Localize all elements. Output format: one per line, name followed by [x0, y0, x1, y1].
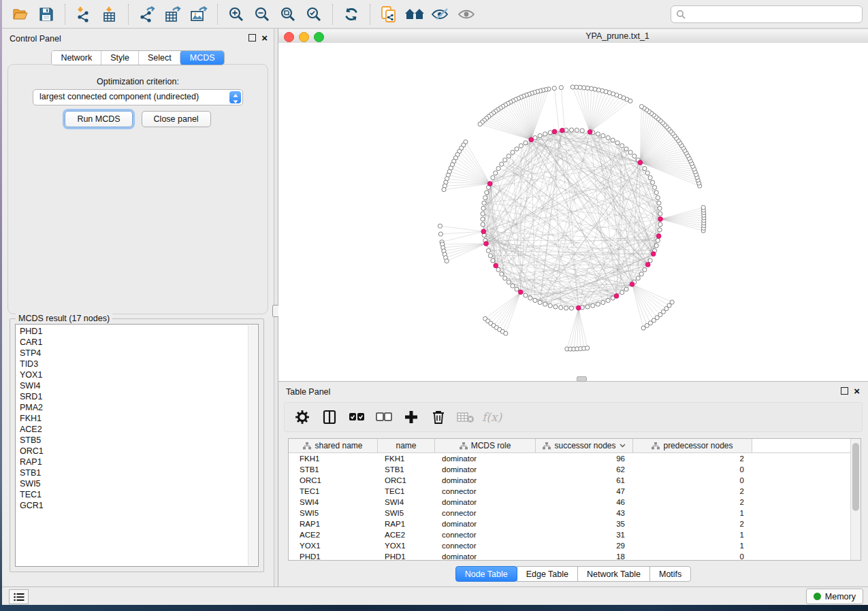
mcds-result-item[interactable]: STP4 — [20, 348, 247, 359]
double-home-button[interactable] — [402, 3, 428, 26]
zoom-out-button[interactable] — [249, 3, 275, 26]
columns-icon — [322, 410, 337, 425]
mcds-result-item[interactable]: CAR1 — [20, 337, 247, 348]
import-network-button[interactable] — [71, 3, 97, 26]
node-table[interactable]: shared name name MCDS role — [288, 438, 861, 561]
mcds-result-list[interactable]: PHD1CAR1STP4TID3YOX1SWI4SRD1PMA2FKH1ACE2… — [15, 324, 259, 567]
tab-node-table[interactable]: Node Table — [455, 566, 517, 582]
mcds-result-item[interactable]: GCR1 — [20, 500, 247, 511]
mcds-result-item[interactable]: PMA2 — [20, 402, 247, 413]
network-titlebar[interactable]: YPA_prune.txt_1 — [278, 30, 868, 44]
save-session-button[interactable] — [33, 3, 59, 26]
table-row[interactable]: ACE2ACE2connector311 — [289, 529, 861, 540]
zoom-fit-button[interactable] — [275, 3, 301, 26]
cell-mcds-role: connector — [435, 509, 536, 517]
mcds-result-item[interactable]: SRD1 — [20, 391, 247, 402]
toolbar-separator — [370, 4, 370, 24]
export-table-button[interactable] — [160, 3, 186, 26]
export-network-button[interactable] — [134, 3, 160, 26]
table-row[interactable]: SWI4SWI4dominator462 — [289, 497, 861, 508]
run-mcds-button[interactable]: Run MCDS — [65, 111, 132, 127]
table-row[interactable]: YOX1YOX1connector291 — [289, 540, 861, 551]
mcds-result-item[interactable]: RAP1 — [20, 457, 247, 467]
table-row[interactable]: FKH1FKH1dominator962 — [289, 453, 861, 464]
table-row[interactable]: PHD1PHD1dominator180 — [289, 551, 861, 561]
mcds-result-item[interactable]: TEC1 — [20, 489, 247, 500]
cell-shared-name: PHD1 — [289, 552, 378, 561]
mcds-result-item[interactable]: PHD1 — [20, 326, 247, 337]
mcds-result-item[interactable]: STB1 — [20, 467, 247, 478]
tab-network-table[interactable]: Network Table — [577, 566, 650, 582]
network-canvas[interactable] — [278, 43, 868, 381]
close-panel-icon[interactable]: × — [261, 34, 268, 42]
table-settings-button[interactable] — [290, 406, 315, 429]
mcds-result-item[interactable]: SWI5 — [20, 478, 247, 489]
tab-mcds[interactable]: MCDS — [180, 50, 225, 65]
cell-shared-name: ORC1 — [289, 476, 378, 484]
zoom-in-button[interactable] — [223, 3, 249, 26]
zoom-selected-button[interactable] — [301, 3, 327, 26]
result-list-scrollbar[interactable] — [248, 325, 257, 565]
table-scrollbar[interactable] — [850, 439, 861, 560]
tab-motifs[interactable]: Motifs — [649, 566, 691, 582]
close-panel-button[interactable]: Close panel — [142, 111, 211, 127]
import-table-button[interactable] — [97, 3, 123, 26]
mcds-result-item[interactable]: YOX1 — [20, 369, 247, 380]
vertical-splitter[interactable] — [274, 29, 278, 587]
cell-successor-nodes: 35 — [536, 520, 633, 528]
mcds-result-item[interactable]: STB5 — [20, 435, 247, 446]
cell-successor-nodes: 18 — [536, 552, 633, 561]
float-panel-icon[interactable] — [248, 34, 256, 42]
global-search[interactable] — [671, 5, 863, 23]
double-home-icon — [404, 7, 425, 22]
table-row[interactable]: STB1STB1dominator620 — [289, 464, 861, 475]
table-scrollbar-thumb[interactable] — [852, 443, 859, 511]
column-header-name[interactable]: name — [378, 439, 435, 452]
column-header-shared-name[interactable]: shared name — [289, 439, 378, 452]
column-header-mcds-role[interactable]: MCDS role — [435, 439, 536, 452]
mcds-result-item[interactable]: TID3 — [20, 359, 247, 369]
table-row[interactable]: TEC1TEC1connector472 — [289, 486, 861, 497]
tab-style[interactable]: Style — [101, 51, 138, 65]
clone-network-button[interactable] — [376, 3, 402, 26]
export-image-button[interactable] — [186, 3, 212, 26]
cell-mcds-role: dominator — [435, 455, 536, 463]
column-header-successor-nodes[interactable]: successor nodes — [536, 439, 633, 452]
cell-mcds-role: dominator — [435, 520, 536, 528]
table-row[interactable]: ORC1ORC1dominator610 — [289, 475, 861, 486]
table-row[interactable]: SWI5SWI5connector431 — [289, 508, 861, 518]
mcds-result-items: PHD1CAR1STP4TID3YOX1SWI4SRD1PMA2FKH1ACE2… — [20, 326, 247, 565]
show-eye-button[interactable] — [453, 3, 479, 26]
column-layout-button[interactable] — [317, 406, 342, 429]
criterion-select[interactable]: largest connected component (undirected) — [33, 89, 243, 105]
refresh-view-button[interactable] — [338, 3, 364, 26]
float-table-panel-icon[interactable] — [841, 387, 848, 395]
memory-button[interactable]: Memory — [806, 589, 863, 604]
cell-successor-nodes: 43 — [536, 509, 633, 517]
tree-icon — [652, 442, 660, 450]
mcds-result-item[interactable]: ACE2 — [20, 424, 247, 435]
select-all-button[interactable] — [344, 406, 369, 429]
close-table-panel-icon[interactable]: × — [854, 387, 860, 395]
trash-icon — [432, 410, 445, 425]
sort-desc-icon — [620, 444, 626, 448]
tab-network[interactable]: Network — [52, 51, 101, 65]
zoom-selected-icon — [306, 6, 322, 22]
mcds-result-item[interactable]: ORC1 — [20, 446, 247, 457]
create-column-button[interactable] — [399, 406, 423, 429]
tab-select[interactable]: Select — [138, 51, 180, 65]
deselect-all-button[interactable] — [372, 406, 396, 429]
task-history-button[interactable] — [9, 589, 29, 604]
column-header-predecessor-nodes[interactable]: predecessor nodes — [633, 439, 752, 452]
mcds-result-item[interactable]: SWI4 — [20, 380, 247, 391]
tab-edge-table[interactable]: Edge Table — [517, 566, 578, 582]
hide-selection-button[interactable] — [428, 3, 453, 26]
open-file-button[interactable] — [7, 3, 33, 26]
list-icon — [14, 593, 25, 601]
cell-successor-nodes: 47 — [536, 487, 633, 495]
mcds-result-item[interactable]: FKH1 — [20, 413, 247, 424]
table-row[interactable]: RAP1RAP1dominator352 — [289, 518, 861, 529]
horizontal-splitter-grip[interactable] — [577, 376, 587, 382]
delete-column-button[interactable] — [426, 406, 451, 429]
search-input[interactable] — [686, 9, 862, 20]
